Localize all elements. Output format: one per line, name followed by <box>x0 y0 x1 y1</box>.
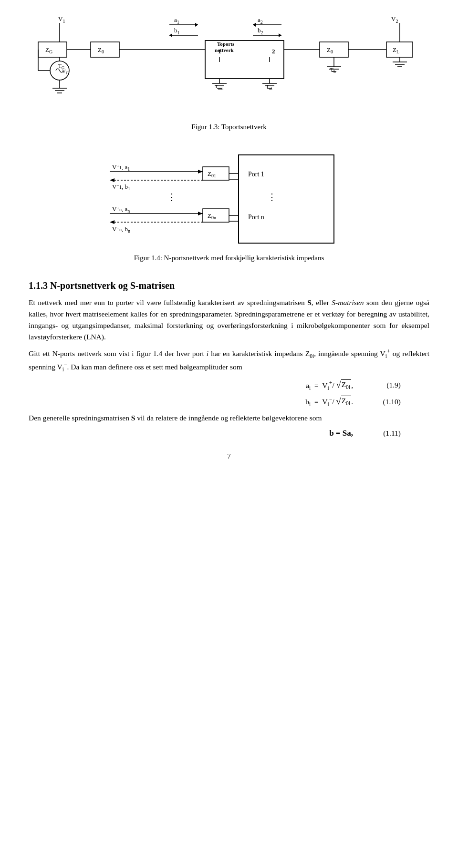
v2-label: V2 <box>391 15 398 24</box>
section-heading: 1.1.3 N-portsnettverk og S-matrisen <box>29 280 429 291</box>
svg-text:V−n, bn: V−n, bn <box>112 225 130 234</box>
svg-text:Z0: Z0 <box>98 46 104 54</box>
b2-label: b2 <box>258 27 263 35</box>
svg-text:TG: TG <box>58 63 65 70</box>
a2-label: a2 <box>258 16 263 25</box>
svg-text:ZG: ZG <box>45 46 52 54</box>
equation-1-11: b = Sa, (1.11) <box>29 429 429 438</box>
circuit-diagram-13: V1 V2 a1 a2 b1 b2 <box>29 14 429 119</box>
equation-1-9: ai = Vi+/ √Z0i , (1.9) <box>57 379 401 391</box>
svg-text:V−1, b1: V−1, b1 <box>112 183 130 191</box>
svg-text:Tut: Tut <box>266 83 272 91</box>
svg-text:Z01: Z01 <box>208 170 216 178</box>
svg-text:V+n, an: V+n, an <box>112 205 130 214</box>
paragraph-2: Gitt ett N-ports nettverk som vist i fig… <box>29 347 429 375</box>
svg-text:Z0n: Z0n <box>208 212 216 220</box>
paragraph-1: Et nettverk med mer enn to porter vil væ… <box>29 297 429 343</box>
svg-marker-74 <box>110 220 114 224</box>
svg-text:2: 2 <box>272 48 275 55</box>
svg-text:Port 1: Port 1 <box>248 171 264 178</box>
svg-text:Toports: Toports <box>217 41 235 47</box>
v1-label: V1 <box>58 15 65 24</box>
svg-text:Tinn: Tinn <box>215 83 224 91</box>
svg-marker-71 <box>198 212 203 215</box>
zl-box <box>386 42 413 57</box>
a1-label: a1 <box>174 16 179 25</box>
svg-marker-68 <box>110 178 114 182</box>
fig14-caption: Figur 1.4: N-portsnettverk med forskjell… <box>134 254 324 262</box>
svg-text:⋮: ⋮ <box>267 192 277 202</box>
equation-1-10: bi = Vi−/ √Z0i . (1.10) <box>57 396 401 408</box>
svg-marker-65 <box>198 170 203 174</box>
page-number: 7 <box>29 452 429 460</box>
svg-text:TL: TL <box>330 67 336 74</box>
b1-label: b1 <box>174 27 180 35</box>
svg-marker-3 <box>253 23 256 27</box>
svg-marker-5 <box>169 33 172 37</box>
z0-left-box <box>91 42 119 57</box>
figure-13: V1 V2 a1 a2 b1 b2 <box>29 14 429 141</box>
svg-text:V+1, a1: V+1, a1 <box>112 163 130 172</box>
svg-text:ZL: ZL <box>393 46 399 54</box>
circuit-diagram-14: Port 1 Port n Z01 Z0n V+1, a1 V−1, b1 <box>29 145 429 250</box>
page: V1 V2 a1 a2 b1 b2 <box>0 0 458 868</box>
svg-text:⋮: ⋮ <box>167 192 177 202</box>
figure-14: Port 1 Port n Z01 Z0n V+1, a1 V−1, b1 <box>29 145 429 272</box>
paragraph-3: Den generelle spredningsmatrisen S vil d… <box>29 412 429 424</box>
svg-text:nettverk: nettverk <box>215 47 234 53</box>
fig13-caption: Figur 1.3: Toportsnettverk <box>191 123 266 131</box>
svg-text:Z0: Z0 <box>327 46 333 54</box>
svg-marker-7 <box>279 33 281 37</box>
svg-marker-1 <box>195 23 198 27</box>
svg-text:Port n: Port n <box>248 214 264 221</box>
nport-box <box>239 155 334 243</box>
z0-right-box <box>320 42 348 57</box>
